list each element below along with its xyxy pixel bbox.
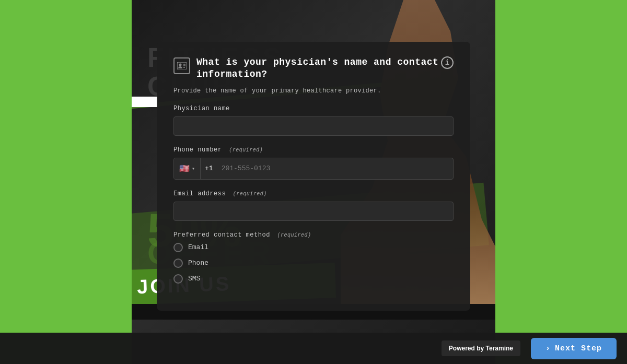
info-icon-button[interactable]: i [441,56,454,69]
next-step-label: Next Step [555,344,602,353]
contact-radio-group: Email Phone SMS [173,243,454,284]
preferred-contact-group: Preferred contact method (required) Emai… [173,231,454,284]
preferred-contact-label: Preferred contact method (required) [173,231,454,239]
teramine-brand: Teramine [486,345,513,352]
person-card-icon [173,57,190,74]
next-step-arrow: › [545,344,551,353]
powered-by-badge: Powered by Teramine [442,340,520,356]
bottom-bar: Powered by Teramine › Next Step [0,333,627,364]
radio-phone-circle [173,259,183,268]
radio-email[interactable]: Email [173,243,454,252]
phone-input-field[interactable] [217,159,453,178]
flag-select-button[interactable]: 🇺🇸 ▾ [174,158,201,179]
modal-header-left: What is your physician's name and contac… [173,56,441,81]
email-address-input[interactable] [173,202,454,221]
flag-emoji: 🇺🇸 [179,163,190,174]
bg-white-bar [132,97,158,107]
physician-modal: What is your physician's name and contac… [157,42,470,311]
green-right-panel [495,0,627,364]
modal-header: What is your physician's name and contac… [173,56,454,81]
physician-name-label: Physician name [173,105,454,112]
radio-phone-label: Phone [188,259,208,267]
physician-name-input[interactable] [173,116,454,136]
phone-input-wrapper: 🇺🇸 ▾ +1 [173,158,454,180]
modal-subtitle: Provide the name of your primary healthc… [173,87,454,95]
email-address-label: Email address (required) [173,190,454,197]
physician-name-group: Physician name [173,105,454,136]
phone-number-label: Phone number (required) [173,146,454,154]
radio-sms[interactable]: SMS [173,274,454,284]
modal-title: What is your physician's name and contac… [196,56,441,81]
email-address-group: Email address (required) [173,190,454,221]
radio-phone[interactable]: Phone [173,259,454,268]
phone-required-badge: (required) [229,147,263,153]
next-step-button[interactable]: › Next Step [531,338,617,359]
phone-number-group: Phone number (required) 🇺🇸 ▾ +1 [173,146,454,180]
contact-required-badge: (required) [277,232,311,238]
radio-email-label: Email [188,243,208,251]
country-code-label: +1 [201,159,217,178]
email-required-badge: (required) [233,191,267,197]
flag-caret-icon: ▾ [192,166,195,172]
radio-sms-circle [173,274,183,284]
svg-point-1 [179,64,182,66]
green-left-panel [0,0,132,364]
radio-sms-label: SMS [188,275,200,283]
radio-email-circle [173,243,183,252]
